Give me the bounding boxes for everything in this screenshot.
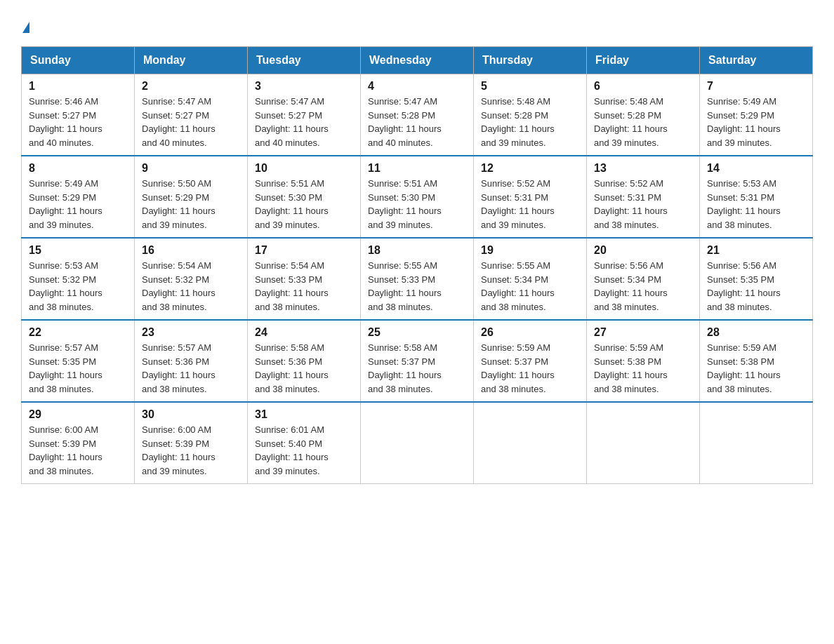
calendar-cell: 20Sunrise: 5:56 AMSunset: 5:34 PMDayligh… xyxy=(587,238,700,320)
calendar-cell: 1Sunrise: 5:46 AMSunset: 5:27 PMDaylight… xyxy=(22,74,135,156)
col-header-monday: Monday xyxy=(135,47,248,74)
day-number: 26 xyxy=(481,326,579,339)
day-number: 5 xyxy=(481,80,579,93)
calendar-cell: 17Sunrise: 5:54 AMSunset: 5:33 PMDayligh… xyxy=(248,238,361,320)
day-number: 23 xyxy=(142,326,240,339)
col-header-sunday: Sunday xyxy=(22,47,135,74)
day-info: Sunrise: 5:47 AMSunset: 5:27 PMDaylight:… xyxy=(255,95,353,149)
day-number: 18 xyxy=(368,244,466,257)
day-number: 25 xyxy=(368,326,466,339)
col-header-thursday: Thursday xyxy=(474,47,587,74)
calendar-cell: 10Sunrise: 5:51 AMSunset: 5:30 PMDayligh… xyxy=(248,156,361,238)
day-info: Sunrise: 5:48 AMSunset: 5:28 PMDaylight:… xyxy=(594,95,692,149)
day-number: 8 xyxy=(29,162,127,175)
calendar-cell: 13Sunrise: 5:52 AMSunset: 5:31 PMDayligh… xyxy=(587,156,700,238)
day-info: Sunrise: 5:56 AMSunset: 5:35 PMDaylight:… xyxy=(707,259,805,314)
day-info: Sunrise: 5:55 AMSunset: 5:34 PMDaylight:… xyxy=(481,259,579,314)
day-number: 19 xyxy=(481,244,579,257)
calendar-cell: 12Sunrise: 5:52 AMSunset: 5:31 PMDayligh… xyxy=(474,156,587,238)
day-info: Sunrise: 5:51 AMSunset: 5:30 PMDaylight:… xyxy=(368,177,466,232)
day-info: Sunrise: 6:00 AMSunset: 5:39 PMDaylight:… xyxy=(29,423,127,478)
day-number: 9 xyxy=(142,162,240,175)
calendar-cell: 2Sunrise: 5:47 AMSunset: 5:27 PMDaylight… xyxy=(135,74,248,156)
page-header xyxy=(21,14,813,34)
day-info: Sunrise: 5:59 AMSunset: 5:38 PMDaylight:… xyxy=(594,341,692,396)
calendar-cell: 18Sunrise: 5:55 AMSunset: 5:33 PMDayligh… xyxy=(361,238,474,320)
day-number: 6 xyxy=(594,80,692,93)
calendar-cell: 24Sunrise: 5:58 AMSunset: 5:36 PMDayligh… xyxy=(248,320,361,402)
day-number: 10 xyxy=(255,162,353,175)
calendar-cell: 14Sunrise: 5:53 AMSunset: 5:31 PMDayligh… xyxy=(700,156,813,238)
calendar-header-row: SundayMondayTuesdayWednesdayThursdayFrid… xyxy=(22,47,813,74)
day-info: Sunrise: 5:49 AMSunset: 5:29 PMDaylight:… xyxy=(707,95,805,149)
day-number: 28 xyxy=(707,326,805,339)
logo xyxy=(21,14,29,34)
day-number: 12 xyxy=(481,162,579,175)
calendar-cell: 3Sunrise: 5:47 AMSunset: 5:27 PMDaylight… xyxy=(248,74,361,156)
calendar-cell xyxy=(587,402,700,484)
day-info: Sunrise: 5:47 AMSunset: 5:27 PMDaylight:… xyxy=(142,95,240,149)
calendar-cell: 8Sunrise: 5:49 AMSunset: 5:29 PMDaylight… xyxy=(22,156,135,238)
col-header-tuesday: Tuesday xyxy=(248,47,361,74)
calendar-cell: 11Sunrise: 5:51 AMSunset: 5:30 PMDayligh… xyxy=(361,156,474,238)
day-number: 16 xyxy=(142,244,240,257)
calendar-cell: 22Sunrise: 5:57 AMSunset: 5:35 PMDayligh… xyxy=(22,320,135,402)
day-number: 1 xyxy=(29,80,127,93)
day-info: Sunrise: 5:53 AMSunset: 5:31 PMDaylight:… xyxy=(707,177,805,232)
calendar-cell: 19Sunrise: 5:55 AMSunset: 5:34 PMDayligh… xyxy=(474,238,587,320)
day-info: Sunrise: 5:52 AMSunset: 5:31 PMDaylight:… xyxy=(481,177,579,232)
day-number: 24 xyxy=(255,326,353,339)
calendar-week-row: 1Sunrise: 5:46 AMSunset: 5:27 PMDaylight… xyxy=(22,74,813,156)
calendar-cell xyxy=(361,402,474,484)
calendar-cell: 27Sunrise: 5:59 AMSunset: 5:38 PMDayligh… xyxy=(587,320,700,402)
day-info: Sunrise: 5:56 AMSunset: 5:34 PMDaylight:… xyxy=(594,259,692,314)
day-info: Sunrise: 5:52 AMSunset: 5:31 PMDaylight:… xyxy=(594,177,692,232)
col-header-friday: Friday xyxy=(587,47,700,74)
day-info: Sunrise: 5:46 AMSunset: 5:27 PMDaylight:… xyxy=(29,95,127,149)
day-info: Sunrise: 5:47 AMSunset: 5:28 PMDaylight:… xyxy=(368,95,466,149)
day-number: 21 xyxy=(707,244,805,257)
calendar-cell: 21Sunrise: 5:56 AMSunset: 5:35 PMDayligh… xyxy=(700,238,813,320)
calendar-cell: 31Sunrise: 6:01 AMSunset: 5:40 PMDayligh… xyxy=(248,402,361,484)
calendar-week-row: 8Sunrise: 5:49 AMSunset: 5:29 PMDaylight… xyxy=(22,156,813,238)
day-number: 7 xyxy=(707,80,805,93)
day-info: Sunrise: 5:57 AMSunset: 5:36 PMDaylight:… xyxy=(142,341,240,396)
calendar-cell: 29Sunrise: 6:00 AMSunset: 5:39 PMDayligh… xyxy=(22,402,135,484)
logo-triangle-icon xyxy=(22,22,29,33)
day-number: 31 xyxy=(255,408,353,421)
day-number: 22 xyxy=(29,326,127,339)
calendar-week-row: 22Sunrise: 5:57 AMSunset: 5:35 PMDayligh… xyxy=(22,320,813,402)
col-header-wednesday: Wednesday xyxy=(361,47,474,74)
day-info: Sunrise: 6:01 AMSunset: 5:40 PMDaylight:… xyxy=(255,423,353,478)
day-number: 13 xyxy=(594,162,692,175)
day-info: Sunrise: 5:51 AMSunset: 5:30 PMDaylight:… xyxy=(255,177,353,232)
day-info: Sunrise: 5:58 AMSunset: 5:37 PMDaylight:… xyxy=(368,341,466,396)
calendar-cell: 5Sunrise: 5:48 AMSunset: 5:28 PMDaylight… xyxy=(474,74,587,156)
day-info: Sunrise: 5:59 AMSunset: 5:37 PMDaylight:… xyxy=(481,341,579,396)
day-number: 4 xyxy=(368,80,466,93)
calendar-cell: 4Sunrise: 5:47 AMSunset: 5:28 PMDaylight… xyxy=(361,74,474,156)
day-number: 20 xyxy=(594,244,692,257)
calendar-cell: 28Sunrise: 5:59 AMSunset: 5:38 PMDayligh… xyxy=(700,320,813,402)
calendar-week-row: 29Sunrise: 6:00 AMSunset: 5:39 PMDayligh… xyxy=(22,402,813,484)
calendar-table: SundayMondayTuesdayWednesdayThursdayFrid… xyxy=(21,46,813,484)
day-info: Sunrise: 5:54 AMSunset: 5:33 PMDaylight:… xyxy=(255,259,353,314)
calendar-cell: 6Sunrise: 5:48 AMSunset: 5:28 PMDaylight… xyxy=(587,74,700,156)
calendar-cell: 23Sunrise: 5:57 AMSunset: 5:36 PMDayligh… xyxy=(135,320,248,402)
calendar-cell: 25Sunrise: 5:58 AMSunset: 5:37 PMDayligh… xyxy=(361,320,474,402)
day-info: Sunrise: 5:48 AMSunset: 5:28 PMDaylight:… xyxy=(481,95,579,149)
calendar-cell: 7Sunrise: 5:49 AMSunset: 5:29 PMDaylight… xyxy=(700,74,813,156)
logo-top xyxy=(21,14,29,34)
day-info: Sunrise: 5:53 AMSunset: 5:32 PMDaylight:… xyxy=(29,259,127,314)
calendar-cell: 26Sunrise: 5:59 AMSunset: 5:37 PMDayligh… xyxy=(474,320,587,402)
calendar-cell: 30Sunrise: 6:00 AMSunset: 5:39 PMDayligh… xyxy=(135,402,248,484)
day-number: 29 xyxy=(29,408,127,421)
calendar-cell: 15Sunrise: 5:53 AMSunset: 5:32 PMDayligh… xyxy=(22,238,135,320)
calendar-week-row: 15Sunrise: 5:53 AMSunset: 5:32 PMDayligh… xyxy=(22,238,813,320)
calendar-cell xyxy=(700,402,813,484)
calendar-cell xyxy=(474,402,587,484)
calendar-cell: 9Sunrise: 5:50 AMSunset: 5:29 PMDaylight… xyxy=(135,156,248,238)
day-number: 30 xyxy=(142,408,240,421)
day-number: 14 xyxy=(707,162,805,175)
day-number: 3 xyxy=(255,80,353,93)
